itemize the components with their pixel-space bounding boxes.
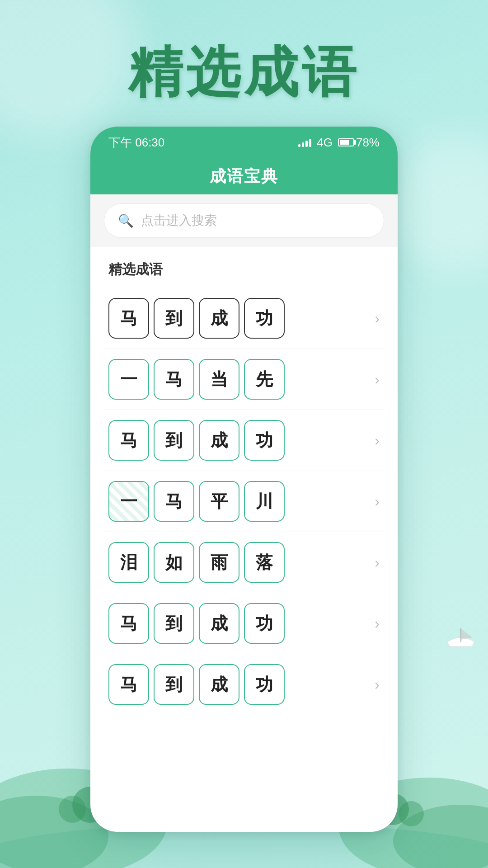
char-box: 马 <box>154 359 194 400</box>
char-box: 成 <box>199 603 239 644</box>
main-title: 精选成语 <box>0 36 488 110</box>
char-box: 一 <box>108 359 149 400</box>
chevron-right-icon: › <box>375 432 380 449</box>
char-box: 功 <box>244 420 285 461</box>
char-box: 到 <box>154 603 194 644</box>
chevron-right-icon: › <box>375 310 380 327</box>
idiom-chars-6: 马 到 成 功 <box>108 603 285 644</box>
chevron-right-icon: › <box>375 493 380 510</box>
battery-indicator: 78% <box>338 136 380 150</box>
char-box: 雨 <box>199 542 239 583</box>
chevron-right-icon: › <box>375 676 380 693</box>
svg-point-8 <box>399 801 424 826</box>
char-box: 到 <box>154 664 194 705</box>
network-type: 4G <box>317 136 333 150</box>
svg-point-6 <box>59 796 86 823</box>
char-box: 如 <box>154 542 194 583</box>
search-container: 🔍 点击进入搜索 <box>90 194 398 247</box>
status-bar: 下午 06:30 4G 78% <box>90 127 398 158</box>
battery-percent: 78% <box>356 136 380 150</box>
signal-icon <box>298 138 311 147</box>
idiom-chars-2: 一 马 当 先 <box>108 359 285 400</box>
idiom-chars-3: 马 到 成 功 <box>108 420 285 461</box>
section-title: 精选成语 <box>90 247 398 288</box>
idiom-item-6[interactable]: 马 到 成 功 › <box>104 593 384 654</box>
char-box: 到 <box>154 298 194 339</box>
app-title: 成语宝典 <box>210 165 278 188</box>
char-box: 一 <box>108 481 149 522</box>
char-box: 川 <box>244 481 285 522</box>
idiom-chars-1: 马 到 成 功 <box>108 298 285 339</box>
char-box: 功 <box>244 298 285 339</box>
char-box: 当 <box>199 359 239 400</box>
content-area: 精选成语 马 到 成 功 › 一 马 当 先 <box>90 247 398 715</box>
idiom-item-3[interactable]: 马 到 成 功 › <box>104 410 384 471</box>
idiom-item-7[interactable]: 马 到 成 功 › <box>104 654 384 715</box>
char-box: 泪 <box>108 542 149 583</box>
char-box: 功 <box>244 603 285 644</box>
char-box: 成 <box>199 298 239 339</box>
search-placeholder: 点击进入搜索 <box>141 212 217 229</box>
idiom-list: 马 到 成 功 › 一 马 当 先 › 马 <box>90 288 398 715</box>
char-box: 先 <box>244 359 285 400</box>
status-right: 4G 78% <box>298 136 380 150</box>
idiom-chars-4: 一 马 平 川 <box>108 481 285 522</box>
char-box: 马 <box>108 664 149 705</box>
idiom-chars-5: 泪 如 雨 落 <box>108 542 285 583</box>
chevron-right-icon: › <box>375 371 380 388</box>
search-bar[interactable]: 🔍 点击进入搜索 <box>104 203 384 238</box>
idiom-item-2[interactable]: 一 马 当 先 › <box>104 349 384 410</box>
boat-decoration <box>443 624 479 651</box>
char-box: 成 <box>199 664 239 705</box>
char-box: 成 <box>199 420 239 461</box>
char-box: 功 <box>244 664 285 705</box>
char-box: 马 <box>108 603 149 644</box>
phone-mockup: 下午 06:30 4G 78% 成语宝典 🔍 <box>90 127 398 832</box>
search-icon: 🔍 <box>118 213 134 228</box>
idiom-item-4[interactable]: 一 马 平 川 › <box>104 471 384 532</box>
status-time: 下午 06:30 <box>108 135 164 151</box>
char-box: 马 <box>154 481 194 522</box>
idiom-chars-7: 马 到 成 功 <box>108 664 285 705</box>
char-box: 落 <box>244 542 285 583</box>
char-box: 马 <box>108 298 149 339</box>
char-box: 到 <box>154 420 194 461</box>
svg-point-4 <box>393 805 488 868</box>
idiom-item-5[interactable]: 泪 如 雨 落 › <box>104 532 384 593</box>
light-spot-2 <box>389 136 488 271</box>
chevron-right-icon: › <box>375 615 380 632</box>
char-box: 平 <box>199 481 239 522</box>
app-header: 成语宝典 <box>90 158 398 194</box>
idiom-item-1[interactable]: 马 到 成 功 › <box>104 288 384 349</box>
chevron-right-icon: › <box>375 554 380 571</box>
char-box: 马 <box>108 420 149 461</box>
